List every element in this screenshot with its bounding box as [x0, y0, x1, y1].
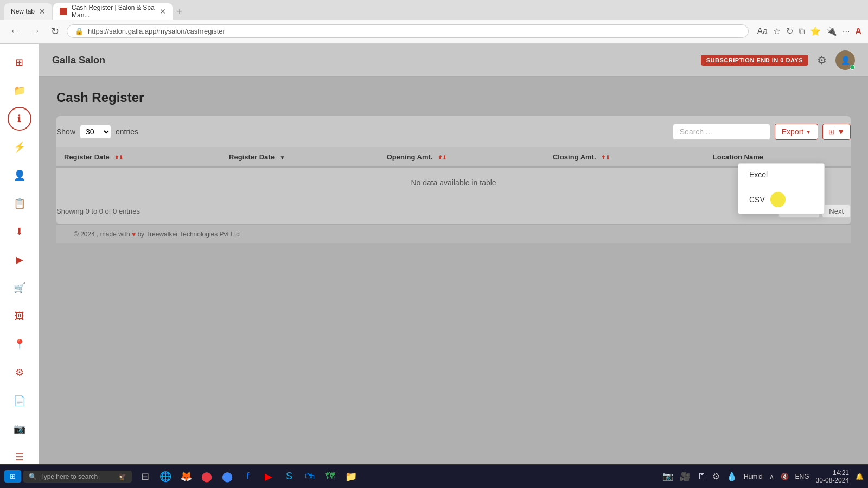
taskbar-search[interactable]: 🔍 Type here to search 🦅: [23, 471, 132, 483]
avatar-icon: 👤: [841, 56, 850, 65]
columns-grid-icon: ⊞: [828, 127, 835, 136]
taskbar-maps[interactable]: 🗺: [322, 468, 339, 485]
col-closing-amt[interactable]: Closing Amt. ⬆⬇: [545, 147, 705, 167]
tab-label: New tab: [11, 8, 35, 15]
start-button[interactable]: ⊞: [4, 470, 21, 483]
footer-text-before-heart: © 2024 , made with: [74, 230, 130, 238]
address-bar[interactable]: 🔒 https://salon.galla.app/mysalon/cashre…: [67, 24, 749, 38]
sidebar-item-play[interactable]: ▶: [8, 248, 31, 272]
taskbar-time-display: 14:21: [816, 469, 849, 477]
browser-nav: ← → ↻ 🔒 https://salon.galla.app/mysalon/…: [0, 20, 868, 43]
back-button[interactable]: ←: [7, 23, 23, 39]
col-label: Opening Amt.: [387, 153, 433, 161]
export-excel-option[interactable]: Excel: [738, 164, 824, 185]
taskbar-chevron-icon[interactable]: ∧: [769, 473, 774, 480]
taskbar-youtube[interactable]: ▶: [260, 468, 277, 485]
sidebar-item-file[interactable]: 📄: [8, 389, 31, 413]
taskbar-search-emoji: 🦅: [118, 473, 126, 480]
taskbar-store[interactable]: 🛍: [301, 468, 318, 485]
taskbar-edge[interactable]: 🌐: [157, 468, 174, 485]
taskbar-date-display: 30-08-2024: [816, 477, 849, 484]
split-icon[interactable]: ⧉: [799, 27, 805, 36]
sidebar-item-dashboard[interactable]: ⊞: [8, 50, 31, 74]
tab-cashregister[interactable]: Cash Register | Salon & Spa Man... ✕: [53, 3, 173, 20]
taskbar-app-4[interactable]: ⬤: [198, 468, 215, 485]
extensions-icon[interactable]: 🔌: [826, 26, 837, 36]
settings-icon[interactable]: ⚙: [817, 54, 827, 67]
sidebar-item-camera[interactable]: 📷: [8, 417, 31, 441]
forward-button[interactable]: →: [27, 23, 43, 39]
tab-favicon: [60, 8, 67, 15]
sidebar-item-zap[interactable]: ⚡: [8, 135, 31, 159]
col-label: Closing Amt.: [553, 153, 596, 161]
col-opening-amt[interactable]: Opening Amt. ⬆⬇: [379, 147, 545, 167]
export-dropdown: Excel CSV: [738, 163, 825, 214]
sidebar-item-report[interactable]: 📋: [8, 191, 31, 215]
taskbar-skype[interactable]: S: [280, 468, 298, 485]
taskbar-video-icon[interactable]: 🎥: [680, 471, 691, 481]
top-bar: Galla Salon SUBSCRIPTION END IN 0 DAYS ⚙…: [39, 44, 868, 77]
taskbar-explorer[interactable]: 📁: [342, 468, 360, 485]
reload-button[interactable]: ↻: [48, 23, 62, 40]
browser-tabs: New tab ✕ Cash Register | Salon & Spa Ma…: [0, 0, 868, 20]
table-controls: Show 30 10 25 50 100 entries E: [56, 116, 851, 147]
taskbar-chrome[interactable]: ⬤: [219, 468, 236, 485]
profile-icon[interactable]: A: [855, 27, 861, 36]
browser-nav-icons: Aa ☆ ↻ ⧉ ⭐ 🔌 ··· A: [757, 26, 861, 36]
browser-chrome: New tab ✕ Cash Register | Salon & Spa Ma…: [0, 0, 868, 44]
lock-icon: 🔒: [75, 27, 84, 35]
top-bar-right: SUBSCRIPTION END IN 0 DAYS ⚙ 👤: [701, 50, 855, 70]
table-header: Register Date ⬆⬇ Register Date ▼ Opening…: [56, 147, 851, 167]
sidebar-item-folder[interactable]: 📁: [8, 79, 31, 102]
taskbar-apps: ⊟ 🌐 🦊 ⬤ ⬤ f ▶ S 🛍 🗺 📁: [136, 468, 360, 485]
footer-text-after-heart: by Treewalker Technologies Pvt Ltd: [137, 230, 240, 238]
sidebar-item-info[interactable]: ℹ: [8, 107, 31, 131]
bookmark-icon[interactable]: ⭐: [810, 26, 821, 36]
export-button[interactable]: Export ▼: [775, 124, 818, 140]
col-label: Register Date: [229, 153, 275, 161]
taskbar-facebook[interactable]: f: [239, 468, 257, 485]
sidebar-item-settings[interactable]: ⚙: [8, 361, 31, 384]
next-button[interactable]: Next: [822, 204, 851, 218]
subscription-badge: SUBSCRIPTION END IN 0 DAYS: [701, 55, 808, 66]
search-icon: 🔍: [29, 473, 37, 480]
col-register-date-1[interactable]: Register Date ⬆⬇: [56, 147, 221, 167]
tab-newtab[interactable]: New tab ✕: [4, 3, 52, 20]
taskbar-mute-icon[interactable]: 🔇: [781, 473, 789, 480]
star-icon[interactable]: ☆: [773, 26, 781, 36]
refresh-icon[interactable]: ↻: [786, 26, 793, 36]
columns-button[interactable]: ⊞ ▼: [822, 124, 851, 140]
tab-close-cashregister[interactable]: ✕: [159, 7, 166, 16]
taskbar-screenshot-icon[interactable]: 📷: [662, 471, 673, 481]
sidebar-item-pin[interactable]: 📍: [8, 332, 31, 356]
tab-close-newtab[interactable]: ✕: [39, 7, 46, 16]
page-title: Cash Register: [56, 90, 851, 105]
entries-select[interactable]: 30 10 25 50 100: [80, 125, 111, 139]
col-label: Register Date: [64, 153, 110, 161]
export-csv-option[interactable]: CSV: [738, 185, 824, 214]
taskbar-monitor-icon[interactable]: 🖥: [697, 472, 706, 481]
avatar: 👤: [835, 50, 855, 70]
search-input[interactable]: [673, 124, 770, 140]
taskbar-multitask[interactable]: ⊟: [136, 468, 154, 485]
sidebar-item-download[interactable]: ⬇: [8, 220, 31, 243]
taskbar-settings-icon[interactable]: ⚙: [712, 471, 720, 481]
sidebar-item-basket[interactable]: 🛒: [8, 276, 31, 300]
heart-icon: ♥: [132, 230, 137, 238]
app-wrapper: ⊞ 📁 ℹ ⚡ 👤 📋 ⬇ ▶ 🛒 🖼 📍 ⚙ 📄 📷 ☰ Galla Salo…: [0, 44, 868, 488]
show-label: Show: [56, 127, 75, 136]
new-tab-button[interactable]: +: [174, 6, 186, 17]
sidebar-item-image[interactable]: 🖼: [8, 304, 31, 328]
reading-icon[interactable]: Aa: [757, 27, 768, 36]
sidebar-item-user[interactable]: 👤: [8, 163, 31, 187]
taskbar-notification-icon[interactable]: 🔔: [856, 473, 864, 480]
table-right-controls: Export ▼ ⊞ ▼: [673, 124, 851, 140]
sort-icon-3: ⬆⬇: [438, 155, 446, 160]
table-body: No data available in table: [56, 167, 851, 198]
no-data-cell: No data available in table: [56, 167, 851, 198]
sidebar: ⊞ 📁 ℹ ⚡ 👤 📋 ⬇ ▶ 🛒 🖼 📍 ⚙ 📄 📷 ☰: [0, 44, 39, 488]
tab-label-active: Cash Register | Salon & Spa Man...: [72, 4, 155, 19]
more-icon[interactable]: ···: [843, 27, 850, 36]
col-register-date-2[interactable]: Register Date ▼: [221, 147, 379, 167]
taskbar-app-3[interactable]: 🦊: [177, 468, 195, 485]
